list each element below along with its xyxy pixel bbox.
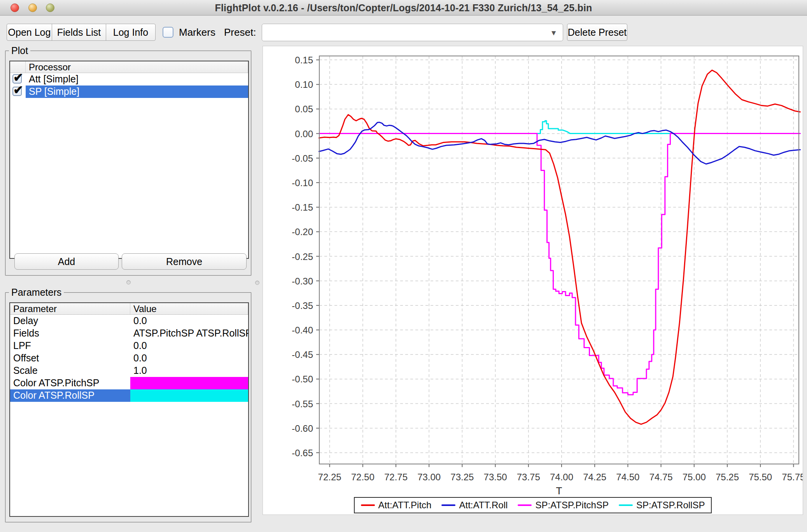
parameters-table[interactable]: Parameter Value Delay0.0FieldsATSP.Pitch… xyxy=(9,302,249,517)
parameter-row[interactable]: Color ATSP.PitchSP xyxy=(10,377,248,389)
markers-label: Markers xyxy=(179,26,215,38)
legend-line-swatch xyxy=(619,504,633,506)
y-tick-label: 0.00 xyxy=(295,129,313,139)
flight-plot-chart[interactable]: 0.150.100.050.00-0.05-0.10-0.15-0.20-0.2… xyxy=(263,46,803,497)
legend-item: SP:ATSP.PitchSP xyxy=(518,500,609,511)
y-tick-label: -0.35 xyxy=(292,300,313,311)
x-tick-label: 72.75 xyxy=(384,472,408,482)
x-tick-label: 74.75 xyxy=(649,472,673,482)
horizontal-splitter-grip[interactable] xyxy=(126,280,131,284)
markers-checkbox[interactable] xyxy=(163,27,173,38)
y-tick-label: -0.20 xyxy=(292,227,313,237)
x-axis-label: T xyxy=(556,485,562,497)
y-tick-label: 0.15 xyxy=(295,55,313,65)
x-tick-label: 72.50 xyxy=(351,472,375,482)
processor-row[interactable]: SP [Simple] xyxy=(10,85,248,98)
x-tick-label: 73.25 xyxy=(450,472,474,482)
parameter-name-cell[interactable]: Delay xyxy=(10,315,130,327)
parameter-value-cell[interactable]: 1.0 xyxy=(130,365,248,377)
processor-row[interactable]: Att [Simple] xyxy=(10,73,248,85)
parameter-value-cell[interactable]: 0.0 xyxy=(130,315,248,327)
checkbox-column-header[interactable] xyxy=(10,61,26,73)
processor-label[interactable]: Att [Simple] xyxy=(26,73,248,85)
chart-panel[interactable]: 0.150.100.050.00-0.05-0.10-0.15-0.20-0.2… xyxy=(263,46,803,515)
y-tick-label: -0.05 xyxy=(292,153,313,164)
parameter-row[interactable]: Delay0.0 xyxy=(10,315,248,327)
x-tick-label: 73.00 xyxy=(417,472,441,482)
parameter-value-cell[interactable]: ATSP.PitchSP ATSP.RollSP xyxy=(130,327,248,340)
app-window: FlightPlot v.0.2.16 - /Users/ton/Copter/… xyxy=(0,0,807,532)
processor-column-header[interactable]: Processor xyxy=(26,61,248,73)
y-tick-label: -0.50 xyxy=(292,374,313,384)
parameter-row[interactable]: LPF0.0 xyxy=(10,340,248,352)
x-tick-label: 73.50 xyxy=(484,472,507,482)
y-tick-label: -0.10 xyxy=(292,178,313,188)
y-tick-label: -0.40 xyxy=(292,325,313,335)
preset-combobox[interactable]: ▼ xyxy=(262,24,563,41)
processor-label[interactable]: SP [Simple] xyxy=(26,85,248,98)
y-tick-label: -0.65 xyxy=(292,448,313,458)
x-tick-label: 75.75 xyxy=(782,472,803,482)
x-tick-label: 73.75 xyxy=(517,472,540,482)
parameter-value-cell[interactable]: 0.0 xyxy=(130,352,248,365)
y-tick-label: -0.25 xyxy=(292,251,313,262)
plot-panel-title: Plot xyxy=(9,45,30,56)
legend-line-swatch xyxy=(361,504,375,506)
parameter-row[interactable]: Color ATSP.RollSP xyxy=(10,389,248,402)
processor-checkbox-cell[interactable] xyxy=(10,85,26,98)
parameter-name-cell[interactable]: Color ATSP.RollSP xyxy=(10,389,130,402)
title-bar[interactable]: FlightPlot v.0.2.16 - /Users/ton/Copter/… xyxy=(0,0,807,16)
processor-checkbox-cell[interactable] xyxy=(10,73,26,85)
legend-item: Att:ATT.Roll xyxy=(441,500,508,511)
parameter-name-cell[interactable]: Color ATSP.PitchSP xyxy=(10,377,130,389)
parameters-panel: Parameters Parameter Value Delay0.0Field… xyxy=(5,292,252,523)
chart-legend: Att:ATT.PitchAtt:ATT.RollSP:ATSP.PitchSP… xyxy=(263,497,803,513)
fields-list-button[interactable]: Fields List xyxy=(52,24,106,41)
parameter-row[interactable]: FieldsATSP.PitchSP ATSP.RollSP xyxy=(10,327,248,340)
chevron-down-icon[interactable]: ▼ xyxy=(550,29,557,37)
parameter-row[interactable]: Offset0.0 xyxy=(10,352,248,365)
y-tick-label: -0.30 xyxy=(292,276,313,286)
open-log-button[interactable]: Open Log xyxy=(7,24,52,41)
y-tick-label: -0.15 xyxy=(292,202,313,213)
parameter-color-swatch[interactable] xyxy=(130,377,248,389)
parameter-value-cell[interactable]: 0.0 xyxy=(130,340,248,352)
parameter-name-cell[interactable]: Scale xyxy=(10,365,130,377)
parameter-name-cell[interactable]: Fields xyxy=(10,327,130,340)
legend-label: Att:ATT.Roll xyxy=(459,500,508,511)
plot-panel: Plot Processor Att [Simple]SP [Simple] A… xyxy=(5,51,252,276)
processor-table[interactable]: Processor Att [Simple]SP [Simple] xyxy=(9,61,249,259)
parameter-row[interactable]: Scale1.0 xyxy=(10,365,248,377)
x-tick-label: 74.25 xyxy=(583,472,606,482)
legend-box: Att:ATT.PitchAtt:ATT.RollSP:ATSP.PitchSP… xyxy=(354,497,712,513)
processor-checkbox[interactable] xyxy=(12,74,22,84)
y-tick-label: -0.55 xyxy=(292,399,313,409)
remove-button[interactable]: Remove xyxy=(122,253,247,270)
log-info-button[interactable]: Log Info xyxy=(106,24,156,41)
delete-preset-button[interactable]: Delete Preset xyxy=(567,24,627,41)
parameter-name-cell[interactable]: Offset xyxy=(10,352,130,365)
legend-label: SP:ATSP.PitchSP xyxy=(535,500,609,511)
add-button[interactable]: Add xyxy=(14,253,119,270)
parameter-name-cell[interactable]: LPF xyxy=(10,340,130,352)
toolbar: Open Log Fields List Log Info Markers Pr… xyxy=(0,16,807,45)
y-tick-label: 0.10 xyxy=(295,79,313,90)
value-column-header[interactable]: Value xyxy=(130,303,248,314)
y-tick-label: -0.60 xyxy=(292,423,313,434)
legend-item: Att:ATT.Pitch xyxy=(361,500,432,511)
parameter-color-swatch[interactable] xyxy=(130,389,248,402)
x-tick-label: 75.00 xyxy=(683,472,706,482)
parameters-panel-title: Parameters xyxy=(9,287,64,298)
parameter-column-header[interactable]: Parameter xyxy=(10,303,130,314)
x-tick-label: 72.25 xyxy=(318,472,341,482)
x-tick-label: 74.00 xyxy=(550,472,573,482)
processor-checkbox[interactable] xyxy=(12,87,22,96)
parameters-table-header[interactable]: Parameter Value xyxy=(10,303,248,315)
processor-table-header[interactable]: Processor xyxy=(10,61,248,73)
x-tick-label: 75.50 xyxy=(749,472,772,482)
x-tick-label: 74.50 xyxy=(616,472,639,482)
legend-label: SP:ATSP.RollSP xyxy=(636,500,705,511)
y-tick-label: 0.05 xyxy=(295,104,313,114)
vertical-splitter-grip[interactable] xyxy=(255,281,259,285)
window-title: FlightPlot v.0.2.16 - /Users/ton/Copter/… xyxy=(0,2,807,14)
